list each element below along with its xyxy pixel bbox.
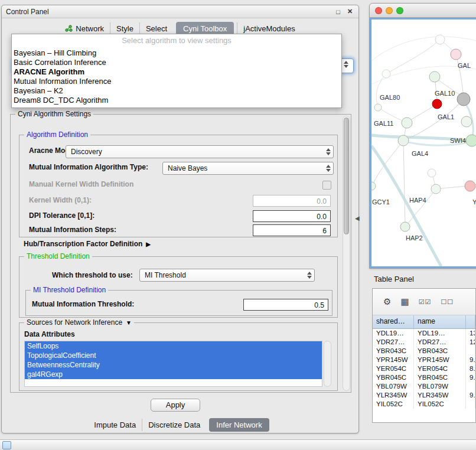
settings-scrollbar-thumb[interactable] [344, 118, 349, 234]
mi-steps-field[interactable]: 6 [253, 224, 331, 236]
column-header[interactable]: shared… [373, 315, 414, 328]
attribute-item[interactable]: gal4RGexp [25, 370, 322, 379]
table-cell: 9. [466, 356, 475, 364]
tab-infer-network[interactable]: Infer Network [209, 418, 269, 432]
restore-panel-icon[interactable] [2, 441, 11, 449]
node-label: Y [472, 198, 476, 206]
tab-impute-data-label: Impute Data [94, 420, 136, 429]
close-traffic-light[interactable] [375, 7, 382, 14]
network-node[interactable] [398, 135, 409, 146]
network-canvas[interactable]: GALGAL80GAL10GAL11GAL1SWI4GAL4GCY1HAP4YH… [371, 19, 476, 266]
table-cell: YDL19… [414, 329, 466, 338]
table-cell: YLR345W [373, 391, 414, 400]
algorithm-option[interactable]: ARACNE Algorithm [12, 67, 341, 77]
network-node[interactable] [457, 93, 470, 106]
node-label: HAP2 [406, 234, 423, 242]
threshold-definition-group: Threshold Definition Which threshold to … [19, 256, 338, 318]
columns-icon[interactable]: ▦ [400, 296, 409, 307]
dpi-tolerance-label: DPI Tolerance [0,1]: [29, 211, 94, 220]
network-node[interactable] [431, 184, 441, 194]
network-window-titlebar [370, 4, 476, 18]
tab-style[interactable]: Style [110, 22, 139, 35]
table-cell: YBR043C [414, 347, 466, 356]
dpi-tolerance-field[interactable]: 0.0 [253, 210, 331, 222]
column-header[interactable] [466, 315, 475, 328]
close-window-icon[interactable]: ✕ [345, 8, 354, 15]
attribute-item[interactable]: TopologicalCoefficient [25, 351, 322, 360]
table-row[interactable]: YPR145WYPR145W9. [373, 356, 475, 364]
hub-section-toggle[interactable]: Hub/Transcription Factor Definition ▶ [24, 240, 151, 248]
panel-collapse-arrow[interactable]: ◀ [355, 215, 360, 221]
apply-button[interactable]: Apply [151, 399, 200, 412]
table-row[interactable]: YDR27…YDR27…12 [373, 338, 475, 347]
zoom-traffic-light[interactable] [396, 7, 403, 14]
table-cell [466, 400, 475, 409]
column-header[interactable]: name [414, 315, 466, 328]
deselect-all-icon[interactable]: ☐☐ [441, 298, 454, 306]
node-label: HAP4 [409, 197, 426, 204]
node-label: SWI4 [450, 137, 466, 144]
attributes-scrollbar[interactable] [324, 341, 331, 387]
tab-impute-data[interactable]: Impute Data [88, 419, 142, 431]
status-bar [0, 439, 476, 450]
dropdown-placeholder: Select algorithm to view settings [12, 36, 341, 45]
mi-threshold-field[interactable]: 0.5 [243, 299, 328, 311]
table-row[interactable]: YBR045CYBR045C9. [373, 373, 475, 382]
minimize-traffic-light[interactable] [386, 7, 393, 14]
network-node[interactable] [465, 181, 475, 191]
mi-algorithm-type-value: Naive Bayes [163, 164, 324, 172]
table-header: shared…name [373, 315, 475, 329]
table-row[interactable]: YBR043CYBR043C [373, 347, 475, 356]
network-node[interactable] [400, 222, 410, 231]
sources-group-title-row[interactable]: Sources for Network Inference ▼ [24, 318, 134, 327]
tab-discretize-data-label: Discretize Data [148, 420, 200, 429]
mi-algorithm-type-combo[interactable]: Naive Bayes [162, 162, 334, 175]
network-node[interactable] [371, 182, 376, 190]
network-node[interactable] [461, 116, 472, 127]
combo-arrows-icon [324, 165, 333, 172]
gear-icon[interactable]: ⚙ [383, 296, 391, 307]
network-node[interactable] [466, 135, 476, 146]
aracne-mode-combo[interactable]: Discovery [66, 145, 334, 158]
network-node[interactable] [432, 99, 442, 109]
table-row[interactable]: YIL052CYIL052C [373, 400, 475, 409]
kernel-width-field[interactable]: 0.0 [253, 195, 331, 207]
tab-network[interactable]: Network [59, 22, 110, 35]
settings-scrollbar[interactable] [343, 116, 350, 391]
attribute-item[interactable]: BetweennessCentrality [25, 360, 322, 370]
tab-discretize-data[interactable]: Discretize Data [142, 419, 206, 431]
network-node[interactable] [429, 71, 440, 82]
network-node[interactable] [382, 70, 390, 78]
select-all-icon[interactable]: ☑☑ [419, 298, 432, 306]
table-cell: 13 [466, 329, 475, 338]
network-node[interactable] [374, 104, 382, 111]
network-node[interactable] [435, 35, 445, 44]
table-cell: YBL079W [373, 382, 414, 391]
float-window-icon[interactable]: □ [334, 8, 343, 15]
tab-jactivemodules-label: jActiveModules [243, 24, 295, 33]
which-threshold-combo[interactable]: MI Threshold [139, 269, 315, 282]
algorithm-definition-group: Algorithm Definition Aracne Mode: Discov… [19, 135, 338, 237]
data-attributes-label: Data Attributes [24, 330, 75, 338]
table-cell: YBR043C [373, 347, 414, 356]
combo-arrows-icon [341, 61, 351, 68]
tab-jactivemodules[interactable]: jActiveModules [237, 22, 301, 35]
manual-kernel-width-checkbox[interactable] [322, 181, 331, 190]
table-row[interactable]: YER054CYER054C8. [373, 364, 475, 373]
network-node[interactable] [402, 118, 412, 128]
algorithm-option[interactable]: Basic Correlation Inference [12, 58, 341, 67]
tab-select[interactable]: Select [139, 22, 173, 35]
network-node[interactable] [428, 169, 436, 177]
collapse-down-icon: ▼ [126, 319, 132, 326]
tab-cyni-toolbox-label: Cyni Toolbox [183, 24, 227, 33]
table-row[interactable]: YDL19…YDL19…13 [373, 329, 475, 338]
data-attributes-list[interactable]: SelfLoopsTopologicalCoefficientBetweenne… [24, 341, 322, 387]
attribute-item[interactable]: SelfLoops [25, 341, 322, 351]
algorithm-option[interactable]: Mutual Information Inference [12, 77, 341, 86]
algorithm-option[interactable]: Bayesian – Hill Climbing [12, 48, 341, 58]
algorithm-option[interactable]: Dream8 DC_TDC Algorithm [12, 96, 341, 105]
table-row[interactable]: YLR345WYLR345W9. [373, 391, 475, 400]
table-row[interactable]: YBL079WYBL079W [373, 382, 475, 391]
algorithm-option[interactable]: Bayesian – K2 [12, 86, 341, 96]
network-node[interactable] [451, 49, 461, 60]
